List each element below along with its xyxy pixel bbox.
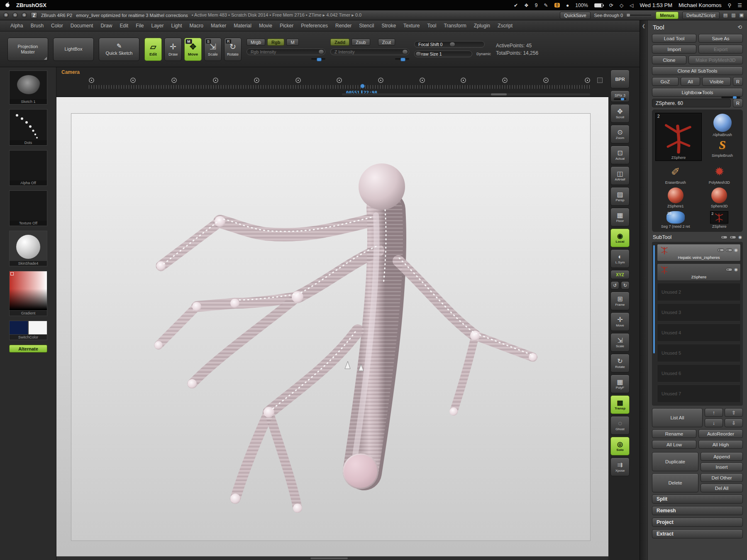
draw-size-slider[interactable]: Draw Size 1: [414, 51, 472, 57]
edit-button[interactable]: ▱ Edit: [144, 38, 162, 61]
notification-count[interactable]: 9: [535, 2, 538, 8]
keyframe-marker[interactable]: [213, 78, 218, 83]
menu-bar-clock[interactable]: Wed 1:53 PM: [640, 2, 673, 8]
spotlight-icon[interactable]: ⚲: [727, 2, 731, 8]
keyframe-marker[interactable]: [295, 78, 301, 83]
timeline-ruler[interactable]: [89, 85, 590, 89]
alternate-control[interactable]: Alternate: [9, 345, 47, 353]
subtool-item[interactable]: ◉ ZSphere: [657, 263, 741, 281]
tray-panel-icon-1[interactable]: ▤: [723, 12, 727, 18]
goz-button[interactable]: GoZ: [652, 77, 679, 86]
tray-divider[interactable]: ❮: [640, 20, 647, 560]
subtool-item-unused[interactable]: Unused 3: [657, 303, 741, 321]
alpha-thumb-box[interactable]: Alpha Off: [9, 150, 47, 186]
rgb-button[interactable]: Rgb: [267, 39, 284, 46]
frame-button[interactable]: ⊞Frame: [610, 292, 630, 310]
stroke-thumb-box[interactable]: Sketch 1: [9, 71, 47, 105]
zcut-button[interactable]: Zcut: [378, 39, 395, 46]
timeline[interactable]: Camera 00551 22:98: [56, 67, 608, 97]
menu-movie[interactable]: Movie: [255, 23, 276, 29]
subtool-item-unused[interactable]: Unused 4: [657, 324, 741, 342]
eye-icon[interactable]: ◉: [738, 235, 742, 239]
focal-shift-slider[interactable]: Focal Shift 0: [414, 41, 485, 48]
bpr-button[interactable]: BPR: [610, 70, 630, 88]
item-eye-toggle[interactable]: [718, 248, 724, 252]
rotate-ccw-button[interactable]: ↺: [610, 281, 619, 290]
keyframe-marker[interactable]: [130, 78, 136, 83]
brush-status-icon[interactable]: ✎: [544, 2, 548, 8]
menu-draw[interactable]: Draw: [97, 23, 116, 29]
zadd-button[interactable]: Zadd: [330, 39, 349, 46]
menu-zscript[interactable]: Zscript: [494, 23, 516, 29]
zsphere2-tool[interactable]: 2 ZSphere: [699, 211, 740, 229]
menu-light[interactable]: Light: [168, 23, 186, 29]
polyf-button[interactable]: ▦PolyF: [610, 375, 630, 393]
lsym-button[interactable]: ◐L.Sym: [610, 249, 630, 268]
menu-picker[interactable]: Picker: [276, 23, 297, 29]
keyframe-marker[interactable]: [337, 78, 342, 83]
autoreorder-button[interactable]: AutoReorder: [698, 429, 743, 438]
keyframe-marker[interactable]: [378, 78, 383, 83]
tray-panel-icon-2[interactable]: ▥: [731, 12, 735, 18]
subtool-visibility-toggle[interactable]: [721, 236, 727, 239]
notification-center-icon[interactable]: ☰: [737, 2, 742, 8]
dynamic-label[interactable]: Dynamic: [476, 52, 491, 56]
alpha-thumbnail[interactable]: Alpha Off: [9, 150, 47, 186]
m-button[interactable]: M: [286, 39, 298, 46]
menu-stroke[interactable]: Stroke: [378, 23, 400, 29]
scale-button[interactable]: S ⇲ Scale: [204, 38, 222, 61]
selected-tool-thumbnail[interactable]: 2 ZSphere: [655, 113, 702, 161]
secondary-color-swatch[interactable]: [28, 321, 47, 335]
timeline-scroll-handle[interactable]: [491, 93, 507, 95]
move-top-button[interactable]: ⇧: [725, 408, 743, 417]
alphabrush-tool[interactable]: AlphaBrush: [705, 114, 740, 137]
focal-shift-handle[interactable]: [449, 42, 455, 47]
menu-brush[interactable]: Brush: [27, 23, 47, 29]
z-intensity-handle[interactable]: [402, 49, 408, 54]
menu-edit[interactable]: Edit: [116, 23, 132, 29]
see-through-slider[interactable]: See-through 0: [594, 13, 652, 18]
keyframe-marker[interactable]: [89, 78, 94, 83]
del-all-button[interactable]: Del All: [701, 484, 743, 492]
dots-thumb-box[interactable]: Dots: [9, 109, 47, 146]
window-zoom-button[interactable]: ⊕: [22, 12, 27, 18]
scroll-button[interactable]: ✥Scroll: [610, 104, 630, 123]
actual-button[interactable]: ⊡Actual: [610, 146, 630, 164]
zsub-button[interactable]: Zsub: [352, 39, 370, 46]
mini-slider-z[interactable]: [395, 58, 409, 60]
stroke-thumbnail[interactable]: Sketch 1: [9, 71, 47, 105]
transp-button[interactable]: ▩Transp: [610, 395, 630, 414]
subtool-header[interactable]: SubTool ◉: [653, 234, 742, 240]
section-project[interactable]: Project: [652, 518, 743, 527]
del-other-button[interactable]: Del Other: [701, 473, 743, 482]
subtool-item-selected[interactable]: ◉ Hepatic veins_zspheres: [657, 244, 741, 261]
all-high-button[interactable]: All High: [698, 440, 743, 449]
goz-all-button[interactable]: All: [681, 77, 701, 86]
rotate-button[interactable]: R ↻ Rotate: [224, 38, 242, 61]
eye-icon[interactable]: ◉: [734, 248, 738, 252]
rgb-intensity-slider[interactable]: Rgb Intensity: [247, 49, 325, 55]
material-thumb-box[interactable]: SkinShade4: [9, 231, 47, 266]
menu-transform[interactable]: Transform: [440, 23, 470, 29]
keyframe-marker[interactable]: [502, 78, 508, 83]
move-down-button[interactable]: ↓: [705, 419, 723, 427]
tray-panel-icon-3[interactable]: ▣: [740, 12, 744, 18]
bluetooth-icon[interactable]: ◇: [620, 2, 623, 8]
simplebrush-tool[interactable]: S SimpleBrush: [705, 137, 740, 160]
move-bottom-button[interactable]: ⇩: [725, 419, 743, 427]
quick-sketch-button[interactable]: ✎ Quick Sketch: [99, 38, 139, 61]
keyframe-marker[interactable]: [461, 78, 466, 83]
floor-button[interactable]: ▦Floor: [610, 208, 630, 226]
rotate-cw-button[interactable]: ↻: [621, 281, 630, 290]
draw-size-handle[interactable]: [415, 51, 421, 56]
xyz-button[interactable]: XYZ: [610, 270, 630, 279]
keyframe-marker[interactable]: [585, 78, 590, 83]
subtool-scrollbar[interactable]: [653, 245, 655, 353]
list-all-button[interactable]: List All: [652, 408, 703, 427]
import-button[interactable]: Import: [652, 45, 696, 54]
item-eye-toggle[interactable]: [726, 268, 732, 271]
eraserbrush-tool[interactable]: ✐ EraserBrush: [655, 164, 696, 185]
timeline-playhead[interactable]: [360, 84, 365, 88]
menu-file[interactable]: File: [132, 23, 147, 29]
duplicate-button[interactable]: Duplicate: [652, 452, 698, 471]
